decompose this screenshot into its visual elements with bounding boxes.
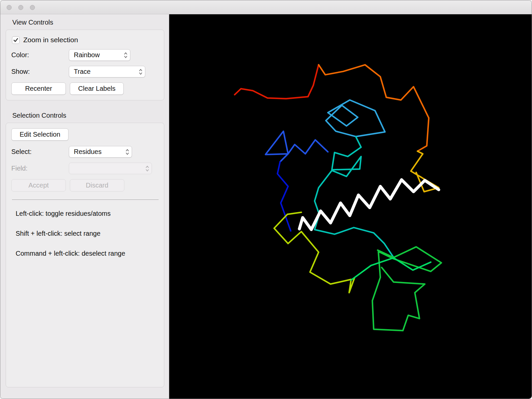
sidebar: View Controls Zoom in selection Color: R… bbox=[0, 14, 169, 399]
help-line-deselect-range: Command + left-click: deselect range bbox=[16, 250, 159, 257]
app-window: View Controls Zoom in selection Color: R… bbox=[0, 0, 532, 399]
help-line-select-range: Shift + left-click: select range bbox=[16, 230, 159, 237]
field-label: Field: bbox=[11, 165, 69, 172]
skyblue-segment[interactable] bbox=[326, 100, 385, 137]
color-row: Color: Rainbow bbox=[11, 49, 159, 61]
navy-segment[interactable] bbox=[277, 162, 291, 231]
stepper-icon bbox=[139, 68, 143, 76]
checkbox-box[interactable] bbox=[12, 36, 20, 44]
discard-button: Discard bbox=[70, 179, 124, 192]
accept-discard-row: Accept Discard bbox=[11, 179, 159, 192]
molecule-viewport[interactable] bbox=[169, 14, 532, 399]
zoom-in-selection-checkbox[interactable]: Zoom in selection bbox=[12, 36, 159, 44]
select-dropdown[interactable]: Residues bbox=[69, 146, 132, 158]
white-selection[interactable] bbox=[299, 180, 439, 230]
red-segment[interactable] bbox=[235, 65, 319, 99]
field-row: Field: bbox=[11, 163, 159, 174]
view-controls-group: Zoom in selection Color: Rainbow Show: bbox=[6, 30, 164, 100]
zoom-window-button[interactable] bbox=[30, 5, 35, 10]
view-buttons-row: Recenter Clear Labels bbox=[11, 82, 159, 95]
selection-controls-heading: Selection Controls bbox=[12, 112, 169, 119]
titlebar[interactable] bbox=[0, 0, 532, 14]
protein-trace[interactable] bbox=[169, 14, 532, 399]
springgreen-segment[interactable] bbox=[351, 258, 431, 280]
stepper-icon bbox=[145, 165, 149, 173]
select-dropdown-value: Residues bbox=[74, 148, 101, 156]
close-button[interactable] bbox=[7, 5, 12, 10]
stepper-icon bbox=[125, 148, 129, 156]
green-segment[interactable] bbox=[372, 247, 442, 331]
show-dropdown[interactable]: Trace bbox=[69, 66, 145, 77]
edit-selection-button[interactable]: Edit Selection bbox=[11, 128, 68, 141]
show-label: Show: bbox=[11, 68, 69, 75]
show-dropdown-value: Trace bbox=[74, 68, 90, 75]
checkbox-label: Zoom in selection bbox=[23, 36, 78, 44]
blue-segment[interactable] bbox=[265, 131, 328, 162]
select-row: Select: Residues bbox=[11, 146, 159, 158]
teal-segment[interactable] bbox=[315, 137, 394, 258]
show-row: Show: Trace bbox=[11, 66, 159, 77]
color-dropdown-value: Rainbow bbox=[74, 51, 100, 59]
accept-button: Accept bbox=[11, 179, 66, 192]
minimize-button[interactable] bbox=[18, 5, 23, 10]
selection-controls-group: Edit Selection Select: Residues Field: bbox=[6, 123, 164, 387]
color-dropdown[interactable]: Rainbow bbox=[69, 49, 130, 61]
stepper-icon bbox=[124, 51, 128, 59]
select-label: Select: bbox=[11, 148, 69, 156]
color-label: Color: bbox=[11, 51, 69, 59]
window-content: View Controls Zoom in selection Color: R… bbox=[0, 14, 532, 399]
checkmark-icon bbox=[13, 38, 18, 42]
clear-labels-button[interactable]: Clear Labels bbox=[70, 82, 124, 95]
help-line-toggle: Left-click: toggle residues/atoms bbox=[16, 210, 159, 217]
recenter-button[interactable]: Recenter bbox=[11, 82, 66, 95]
divider bbox=[12, 200, 159, 200]
field-dropdown bbox=[69, 163, 152, 174]
view-controls-heading: View Controls bbox=[12, 19, 169, 26]
